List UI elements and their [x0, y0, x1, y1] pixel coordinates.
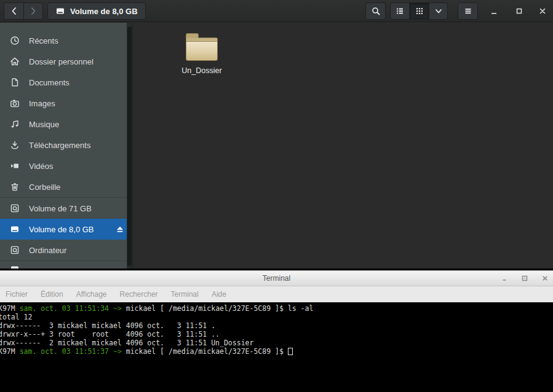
terminal-title: Terminal: [263, 274, 290, 283]
sidebar-item-recents[interactable]: Récents: [0, 30, 132, 51]
files-window: Volume de 8,0 GB: [0, 0, 553, 269]
back-icon: [9, 6, 19, 16]
minimize-icon: [490, 7, 498, 15]
prompt-arrow: ~>: [113, 304, 126, 313]
search-button[interactable]: [365, 2, 386, 20]
maximize-button[interactable]: [511, 3, 527, 19]
menu-terminal[interactable]: Terminal: [171, 290, 199, 299]
document-icon: [10, 77, 20, 87]
sidebar-item-label: Images: [29, 99, 55, 108]
hard-drive-icon: [10, 224, 20, 234]
terminal-prompt-line: K97M sam. oct. 03 11:51:37 ~> mickael [ …: [0, 347, 553, 356]
sidebar-item-volume-71gb[interactable]: Volume de 71 GB: [0, 198, 132, 219]
music-icon: [10, 119, 20, 129]
eject-icon: [115, 224, 125, 234]
search-icon: [371, 6, 381, 16]
menu-help[interactable]: Aide: [212, 290, 226, 299]
menu-file[interactable]: Fichier: [6, 290, 28, 299]
terminal-window-controls: [500, 271, 549, 286]
chevron-down-icon: [434, 6, 444, 16]
terminal-minimize-button[interactable]: [500, 274, 509, 283]
sidebar-item-label: Vidéos: [29, 162, 54, 171]
menu-edit[interactable]: Édition: [41, 290, 63, 299]
sidebar-item-home[interactable]: Dossier personnel: [0, 51, 132, 72]
view-options-button[interactable]: [429, 2, 448, 20]
sidebar-item-partial[interactable]: [0, 261, 132, 269]
prompt-date: sam. oct. 03 11:51:37: [20, 347, 113, 356]
drive-icon: [55, 6, 65, 16]
sidebar-item-label: Récents: [29, 36, 58, 45]
terminal-menubar: Fichier Édition Affichage Rechercher Ter…: [0, 286, 553, 302]
disc-drive-icon: [10, 203, 20, 213]
grid-view-icon: [415, 6, 424, 16]
hamburger-icon: [463, 6, 473, 16]
home-icon: [10, 57, 20, 66]
sidebar-item-label: Documents: [29, 78, 70, 87]
prompt-date: sam. oct. 03 11:51:34: [20, 304, 113, 313]
terminal-output-line: drwxr-x---+ 3 root root 4096 oct. 3 11:5…: [0, 330, 553, 339]
prompt-arrow: ~>: [113, 347, 126, 356]
forward-button[interactable]: [23, 2, 43, 20]
prompt-host: K97M: [0, 304, 20, 313]
terminal-close-button[interactable]: [541, 274, 549, 283]
grid-view-button[interactable]: [410, 2, 429, 20]
prompt-path: mickael [ /media/mickael/327E-5C89 ]$: [126, 304, 288, 313]
files-sidebar: Récents Dossier personnel Documents Imag…: [0, 23, 132, 269]
back-button[interactable]: [4, 2, 23, 20]
sidebar-item-label: Musique: [29, 120, 59, 129]
minimize-icon: [501, 275, 507, 281]
download-icon: [10, 140, 20, 150]
view-toggle-group: [390, 2, 448, 20]
terminal-titlebar[interactable]: Terminal: [0, 270, 553, 286]
computer-drive-icon: [10, 245, 20, 255]
terminal-maximize-button[interactable]: [520, 274, 529, 283]
terminal-screen[interactable]: K97M sam. oct. 03 11:51:34 ~> mickael [ …: [0, 302, 553, 392]
sidebar-item-pictures[interactable]: Images: [0, 93, 132, 114]
terminal-output-line: drwx------ 3 mickael mickael 4096 oct. 3…: [0, 321, 553, 330]
camera-icon: [10, 98, 20, 108]
hamburger-menu-button[interactable]: [458, 2, 478, 20]
sidebar-item-documents[interactable]: Documents: [0, 72, 132, 93]
maximize-icon: [515, 7, 523, 15]
sidebar-item-label: Téléchargements: [29, 141, 90, 150]
path-button-label: Volume de 8,0 GB: [70, 7, 138, 16]
menu-view[interactable]: Affichage: [76, 290, 107, 299]
files-headerbar: Volume de 8,0 GB: [0, 0, 553, 22]
video-icon: [10, 161, 20, 171]
sidebar-item-label: Volume de 71 GB: [29, 204, 92, 213]
folder-label: Un_Dossier: [181, 66, 221, 75]
list-view-button[interactable]: [390, 2, 410, 20]
menu-search[interactable]: Rechercher: [120, 290, 158, 299]
forward-icon: [28, 6, 38, 16]
sidebar-item-label: Corbeille: [29, 182, 60, 192]
prompt-path: mickael [ /media/mickael/327E-5C89 ]$: [126, 347, 288, 356]
sidebar-item-music[interactable]: Musique: [0, 114, 132, 135]
minimize-button[interactable]: [486, 3, 502, 19]
sidebar-item-volume-8gb[interactable]: Volume de 8,0 GB: [0, 219, 132, 240]
terminal-prompt-line: K97M sam. oct. 03 11:51:34 ~> mickael [ …: [0, 304, 553, 313]
path-button[interactable]: Volume de 8,0 GB: [47, 2, 146, 20]
sidebar-item-downloads[interactable]: Téléchargements: [0, 135, 132, 155]
close-icon: [542, 275, 548, 281]
scrollbar-thumb[interactable]: [127, 26, 132, 266]
recent-icon: [10, 36, 20, 45]
sidebar-scrollbar[interactable]: [127, 23, 132, 269]
files-content-area[interactable]: Un_Dossier: [132, 23, 553, 269]
sidebar-item-videos[interactable]: Vidéos: [0, 155, 132, 176]
terminal-cursor: [288, 348, 293, 355]
maximize-icon: [522, 275, 528, 281]
terminal-output-line: total 12: [0, 313, 553, 321]
sidebar-item-label: Ordinateur: [29, 246, 66, 255]
hard-drive-icon: [10, 264, 20, 269]
close-button[interactable]: [535, 3, 551, 19]
sidebar-item-trash[interactable]: Corbeille: [0, 176, 132, 197]
terminal-output-line: drwx------ 2 mickael mickael 4096 oct. 3…: [0, 339, 553, 347]
prompt-command: ls -al: [288, 304, 314, 313]
nav-button-group: [4, 2, 43, 20]
eject-button[interactable]: [115, 224, 125, 236]
folder-icon: [186, 37, 218, 61]
sidebar-item-computer[interactable]: Ordinateur: [0, 240, 132, 261]
sidebar-item-label: Volume de 8,0 GB: [29, 225, 94, 234]
trash-icon: [10, 182, 20, 192]
folder-un-dossier[interactable]: Un_Dossier: [169, 29, 235, 75]
